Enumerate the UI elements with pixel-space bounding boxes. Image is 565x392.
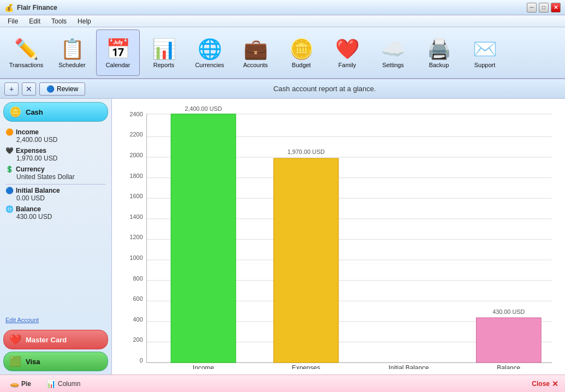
svg-text:Initial Balance: Initial Balance [389,364,429,369]
toolbar-support[interactable]: ✉️ Support [463,29,507,76]
toolbar-family-label: Family [338,62,356,68]
toolbar-budget-label: Budget [292,62,311,68]
close-button[interactable]: ✕ [551,3,561,13]
menu-tools[interactable]: Tools [46,16,72,26]
svg-text:1600: 1600 [129,193,142,199]
account-visa[interactable]: 🟩 Visa [3,352,108,371]
toolbar-transactions-label: Transactions [9,62,44,68]
svg-text:1000: 1000 [129,254,142,261]
svg-text:Balance: Balance [497,364,520,369]
income-icon: 🟠 [5,128,14,136]
review-icon: 🔵 [46,85,55,93]
main-layout: 🪙 Cash 🟠Income 2,400.00 USD 🖤Expenses 1,… [0,99,565,375]
app-title: Flair Finance [17,4,57,11]
stat-expenses: 🖤Expenses 1,970.00 USD [5,147,106,162]
currencies-icon: 🌐 [198,38,222,61]
calendar-icon: 📅 [106,38,130,61]
svg-text:2400: 2400 [129,111,142,117]
svg-text:1200: 1200 [129,234,142,240]
toolbar-settings-label: Settings [382,62,404,68]
svg-rect-28 [171,114,236,363]
toolbar-calendar-label: Calendar [106,62,130,68]
svg-text:1800: 1800 [129,173,142,179]
currency-icon: 💲 [5,165,14,173]
close-label: Close [532,380,550,388]
title-bar: 💰 Flair Finance ─ □ ✕ [0,0,565,15]
menu-edit[interactable]: Edit [23,16,46,26]
edit-account-link[interactable]: Edit Account [3,314,108,328]
currency-value: United States Dollar [5,173,106,181]
toolbar-backup[interactable]: 🖨️ Backup [417,29,461,76]
svg-text:200: 200 [133,337,143,343]
maximize-button[interactable]: □ [539,3,549,13]
account-master-card[interactable]: ❤️ Master Card [3,330,108,349]
support-icon: ✉️ [473,38,497,61]
svg-text:2000: 2000 [129,152,142,158]
visa-icon: 🟩 [9,355,21,367]
transactions-icon: ✏️ [14,38,39,61]
cash-icon: 🪙 [9,106,21,118]
account-cash[interactable]: 🪙 Cash [3,102,108,122]
bar-chart: 0 200 400 600 800 1000 1200 1400 1600 18… [117,104,560,369]
svg-text:800: 800 [133,275,143,282]
family-icon: ❤️ [335,38,360,61]
toolbar-accounts-label: Accounts [243,62,267,68]
action-bar: + ✕ 🔵 Review Cash account report at a gl… [0,79,565,99]
stat-balance: 🌐Balance 430.00 USD [5,205,106,221]
initial-balance-value: 0.00 USD [5,194,106,202]
close-button-bottom[interactable]: Close ✕ [532,379,558,388]
menu-bar: File Edit Tools Help [0,15,565,27]
svg-text:1,970.00 USD: 1,970.00 USD [287,149,324,155]
scheduler-icon: 📋 [60,38,85,61]
toolbar-support-label: Support [474,62,496,68]
settings-icon: ☁️ [381,38,406,61]
column-button[interactable]: 📊 Column [43,378,84,389]
stats-section: 🟠Income 2,400.00 USD 🖤Expenses 1,970.00 … [3,124,108,228]
pie-button[interactable]: 🥧 Pie [7,378,34,389]
svg-text:400: 400 [133,316,143,323]
reports-icon: 📊 [152,38,176,61]
expenses-value: 1,970.00 USD [5,155,106,162]
stat-income: 🟠Income 2,400.00 USD [5,128,106,144]
svg-text:2200: 2200 [129,131,142,138]
toolbar-settings[interactable]: ☁️ Settings [371,29,415,76]
pie-icon: 🥧 [10,379,19,388]
toolbar-reports[interactable]: 📊 Reports [142,29,186,76]
divider [5,184,106,185]
initial-balance-icon: 🔵 [5,187,14,194]
backup-icon: 🖨️ [427,38,451,61]
toolbar-currencies-label: Currencies [195,62,224,68]
svg-rect-31 [273,158,338,363]
minimize-button[interactable]: ─ [527,3,537,13]
svg-text:1400: 1400 [129,213,142,220]
svg-text:2,400.00 USD: 2,400.00 USD [185,105,222,112]
remove-button[interactable]: ✕ [22,82,36,96]
column-label: Column [58,380,80,388]
svg-text:Income: Income [193,364,214,369]
add-button[interactable]: + [4,82,19,96]
toolbar-scheduler[interactable]: 📋 Scheduler [50,29,94,76]
app-icon: 💰 [4,3,14,12]
stat-initial-balance: 🔵Initial Balance 0.00 USD [5,187,106,202]
balance-icon: 🌐 [5,205,14,213]
toolbar-currencies[interactable]: 🌐 Currencies [188,29,231,76]
toolbar-budget[interactable]: 🪙 Budget [279,29,323,76]
toolbar-accounts[interactable]: 💼 Accounts [234,29,277,76]
master-card-icon: ❤️ [9,334,21,346]
pie-label: Pie [21,380,31,388]
menu-file[interactable]: File [2,16,23,26]
stat-currency: 💲Currency United States Dollar [5,165,106,181]
account-cash-label: Cash [26,108,43,116]
toolbar-transactions[interactable]: ✏️ Transactions [4,29,48,76]
review-label: Review [57,85,78,93]
chart-area: 0 200 400 600 800 1000 1200 1400 1600 18… [112,99,565,375]
svg-rect-36 [476,318,541,363]
income-value: 2,400.00 USD [5,136,106,144]
account-visa-label: Visa [26,358,40,366]
menu-help[interactable]: Help [72,16,97,26]
bottom-bar: 🥧 Pie 📊 Column Close ✕ [0,375,565,392]
review-button[interactable]: 🔵 Review [39,82,85,96]
close-icon: ✕ [552,379,558,388]
toolbar-family[interactable]: ❤️ Family [325,29,369,76]
toolbar-calendar[interactable]: 📅 Calendar [96,29,140,76]
